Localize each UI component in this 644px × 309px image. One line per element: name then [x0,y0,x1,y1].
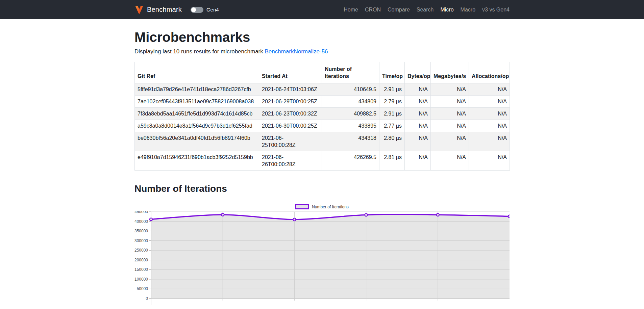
started-at-cell: 2021-06-30T00:00:25Z [259,120,322,132]
bytes-op-cell: N/A [405,83,431,96]
y-axis-label: 250000 [134,248,148,253]
nav-link-compare[interactable]: Compare [384,4,413,16]
git-ref-cell: be0630bf56a20e341a0df40fd1d56fb89174f60b [135,132,259,151]
megabytes-s-cell: N/A [431,151,469,171]
started-at-cell: 2021-06-23T00:00:32Z [259,108,322,120]
y-axis-label: 50000 [137,286,148,291]
time-op-cell: 2.91 µs [379,83,405,96]
allocations-op-cell: N/A [469,96,510,108]
megabytes-s-cell: N/A [431,108,469,120]
y-axis-label: 450000 [134,211,148,214]
allocations-op-cell: N/A [469,151,510,171]
column-header-bytes-op: Bytes/op [405,62,431,83]
brand[interactable]: Benchmark [134,5,182,15]
toggle-label: Gen4 [206,7,219,12]
megabytes-s-cell: N/A [431,132,469,151]
table-row: 5fffe91d3a79d26e41e741d18eca2786d3267cfb… [135,83,510,96]
benchmark-link[interactable]: BenchmarkNormalize-56 [265,48,328,55]
nav-link-macro[interactable]: Macro [457,4,479,16]
table-row: 7ae102cef05443f813511ae09c7582169008a038… [135,96,510,108]
nav-links: HomeCRONCompareSearchMicroMacrov3 vs Gen… [340,4,510,16]
iterations-cell: 410649.5 [322,83,379,96]
toggle-knob [191,7,196,12]
y-axis-label: 150000 [134,267,148,272]
iterations-cell: 434809 [322,96,379,108]
table-row: e49f910a7d15946231f690b1acb3f9252d5159bb… [135,151,510,171]
y-axis-label: 400000 [134,219,148,224]
iterations-cell: 433895 [322,120,379,132]
nav-link-micro[interactable]: Micro [437,4,457,16]
column-header-git-ref: Git Ref [135,62,259,83]
column-header-time-op: Time/op [379,62,405,83]
started-at-cell: 2021-06- 26T00:00:28Z [259,151,322,171]
navbar: Benchmark Gen4 HomeCRONCompareSearchMicr… [0,0,644,19]
bytes-op-cell: N/A [405,120,431,132]
benchmark-results-table: Git RefStarted AtNumber of IterationsTim… [134,62,510,171]
allocations-op-cell: N/A [469,83,510,96]
bytes-op-cell: N/A [405,151,431,171]
iterations-cell: 409882.5 [322,108,379,120]
table-row: 7f3da8ebd5aa14651ffe5d1d993d74c1614d85cb… [135,108,510,120]
time-op-cell: 2.81 µs [379,151,405,171]
megabytes-s-cell: N/A [431,120,469,132]
iterations-chart: 4500004000003500003000002500002000001500… [134,211,510,307]
data-point-marker [221,213,224,216]
started-at-cell: 2021-06-29T00:00:25Z [259,96,322,108]
column-header-megabytes-s: Megabytes/s [431,62,469,83]
y-axis-label: 100000 [134,277,148,282]
git-ref-cell: a59c8a0a8d0014e8a1f564d9c97b3d1cf6255fad [135,120,259,132]
time-op-cell: 2.91 µs [379,108,405,120]
data-point-marker [365,213,368,216]
data-point-marker [293,218,296,221]
data-point-marker [508,215,510,218]
data-point-marker [150,218,152,221]
bytes-op-cell: N/A [405,96,431,108]
vitess-logo-icon [134,5,144,15]
column-header-allocations-op: Allocations/op [469,62,510,83]
git-ref-cell: e49f910a7d15946231f690b1acb3f9252d5159bb [135,151,259,171]
nav-link-cron[interactable]: CRON [362,4,384,16]
series-area [151,214,510,299]
allocations-op-cell: N/A [469,132,510,151]
time-op-cell: 2.79 µs [379,96,405,108]
column-header-started-at: Started At [259,62,322,83]
iterations-cell: 426269.5 [322,151,379,171]
legend-label: Number of Iterations [312,205,349,209]
started-at-cell: 2021-06-24T01:03:06Z [259,83,322,96]
page-title: Microbenchmarks [134,29,510,46]
chart-canvas[interactable]: 4500004000003500003000002500002000001500… [134,211,510,305]
chart-legend: Number of Iterations [134,204,510,209]
bytes-op-cell: N/A [405,132,431,151]
nav-link-v3-vs-gen4[interactable]: v3 vs Gen4 [479,4,510,16]
iterations-cell: 434318 [322,132,379,151]
git-ref-cell: 7f3da8ebd5aa14651ffe5d1d993d74c1614d85cb [135,108,259,120]
time-op-cell: 2.80 µs [379,132,405,151]
table-header: Git RefStarted AtNumber of IterationsTim… [135,62,510,83]
time-op-cell: 2.77 µs [379,120,405,132]
subtitle: Displaying last 10 runs results for micr… [134,48,510,55]
data-point-marker [437,213,439,216]
git-ref-cell: 7ae102cef05443f813511ae09c7582169008a038 [135,96,259,108]
nav-link-search[interactable]: Search [413,4,437,16]
megabytes-s-cell: N/A [431,96,469,108]
bytes-op-cell: N/A [405,108,431,120]
table-row: a59c8a0a8d0014e8a1f564d9c97b3d1cf6255fad… [135,120,510,132]
y-axis-label: 200000 [134,258,148,262]
allocations-op-cell: N/A [469,108,510,120]
brand-label: Benchmark [147,6,182,14]
started-at-cell: 2021-06- 25T00:00:28Z [259,132,322,151]
main-content: Microbenchmarks Displaying last 10 runs … [134,29,510,307]
column-header-number-of-iterations: Number of Iterations [322,62,379,83]
allocations-op-cell: N/A [469,120,510,132]
gen4-toggle[interactable] [191,7,203,13]
y-axis-label: 0 [146,296,148,301]
table-row: be0630bf56a20e341a0df40fd1d56fb89174f60b… [135,132,510,151]
nav-link-home[interactable]: Home [340,4,362,16]
subtitle-text: Displaying last 10 runs results for micr… [134,48,265,55]
legend-swatch [295,204,309,209]
y-axis-label: 350000 [134,229,148,233]
chart-section-title: Number of Iterations [134,183,510,194]
y-axis-label: 300000 [134,238,148,243]
git-ref-cell: 5fffe91d3a79d26e41e741d18eca2786d3267cfb [135,83,259,96]
megabytes-s-cell: N/A [431,83,469,96]
